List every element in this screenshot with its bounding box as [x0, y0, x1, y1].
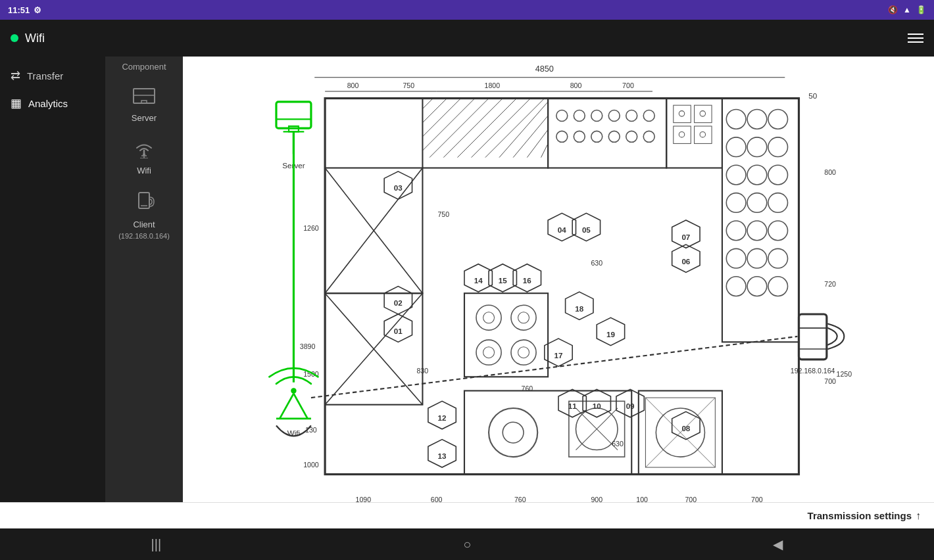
svg-text:100: 100	[636, 496, 648, 502]
svg-text:1260: 1260	[303, 224, 319, 232]
wifi-component-icon	[132, 139, 156, 163]
app-bar-left: Wifi	[11, 32, 45, 45]
svg-text:12: 12	[438, 413, 447, 422]
svg-text:03: 03	[394, 183, 403, 192]
svg-text:13: 13	[438, 452, 447, 460]
svg-text:800: 800	[347, 82, 359, 89]
status-left: 11:51 ⚙	[8, 5, 41, 15]
svg-text:760: 760	[514, 496, 526, 502]
sidebar-item-transfer[interactable]: ⇄ Transfer	[0, 62, 105, 89]
svg-text:720: 720	[824, 280, 836, 288]
time-display: 11:51	[8, 5, 30, 15]
arrow-up-icon: ↑	[916, 510, 921, 522]
battery-icon: 🔋	[916, 5, 926, 14]
transmission-settings-label: Transmission settings	[808, 510, 912, 521]
svg-text:1250: 1250	[837, 370, 852, 378]
component-server-label: Server	[132, 113, 157, 123]
svg-text:3890: 3890	[300, 342, 316, 350]
svg-text:01: 01	[394, 327, 403, 335]
wifi-status-dot	[11, 34, 18, 42]
svg-text:07: 07	[681, 233, 690, 241]
svg-text:192.168.0.164: 192.168.0.164	[791, 367, 835, 375]
svg-text:4850: 4850	[535, 64, 554, 74]
svg-text:06: 06	[681, 257, 690, 266]
svg-text:700: 700	[622, 82, 634, 89]
component-server[interactable]: Server	[105, 80, 183, 129]
svg-text:14: 14	[474, 276, 483, 285]
svg-text:05: 05	[582, 225, 591, 234]
svg-text:19: 19	[606, 330, 615, 338]
svg-text:50: 50	[808, 91, 817, 100]
svg-text:1800: 1800	[485, 82, 501, 89]
component-client-label: Client	[133, 220, 155, 229]
sidebar: ⇄ Transfer ▦ Analytics	[0, 57, 105, 502]
back-button[interactable]: ◀	[753, 531, 802, 557]
svg-text:700: 700	[824, 377, 836, 385]
svg-text:08: 08	[681, 424, 690, 432]
bottom-bar: Transmission settings ↑	[0, 502, 934, 528]
client-icon	[132, 191, 156, 217]
mute-icon: 🔇	[888, 5, 898, 14]
gear-icon: ⚙	[34, 5, 41, 15]
component-wifi-label: Wifi	[137, 166, 151, 175]
svg-text:04: 04	[558, 225, 566, 234]
svg-text:700: 700	[685, 496, 697, 502]
svg-text:630: 630	[612, 440, 624, 448]
main-content: 4850 800 750 1800 800 700 50	[183, 57, 934, 502]
svg-text:09: 09	[626, 402, 635, 410]
svg-point-173	[291, 388, 296, 393]
svg-text:830: 830	[417, 367, 429, 375]
svg-text:630: 630	[591, 259, 602, 267]
sidebar-item-analytics[interactable]: ▦ Analytics	[0, 89, 105, 117]
svg-text:900: 900	[591, 496, 602, 502]
wifi-signal-icon: ▲	[903, 5, 911, 14]
transfer-icon: ⇄	[11, 68, 20, 83]
svg-text:700: 700	[751, 496, 763, 502]
component-wifi[interactable]: Wifi	[105, 132, 183, 182]
svg-text:750: 750	[437, 210, 449, 218]
component-client-sublabel: (192.168.0.164)	[118, 232, 170, 240]
svg-text:02: 02	[394, 298, 403, 307]
recents-button[interactable]: |||	[132, 532, 182, 557]
svg-text:760: 760	[522, 385, 533, 392]
svg-text:11: 11	[568, 402, 577, 410]
svg-text:18: 18	[575, 304, 583, 313]
floor-plan: 4850 800 750 1800 800 700 50	[183, 57, 934, 502]
svg-text:600: 600	[431, 496, 443, 502]
status-bar: 11:51 ⚙ 🔇 ▲ 🔋	[0, 0, 934, 20]
nav-bar: ||| ○ ◀	[0, 528, 934, 560]
svg-text:16: 16	[523, 276, 531, 285]
svg-text:1000: 1000	[303, 461, 319, 469]
svg-text:1500: 1500	[303, 370, 319, 378]
svg-text:800: 800	[824, 168, 836, 176]
svg-text:1090: 1090	[356, 496, 372, 502]
component-client[interactable]: Client (192.168.0.164)	[105, 185, 183, 246]
svg-text:750: 750	[403, 82, 414, 89]
server-icon	[132, 86, 156, 110]
app-title: Wifi	[25, 32, 45, 45]
svg-text:10: 10	[593, 402, 601, 410]
transmission-settings-button[interactable]: Transmission settings ↑	[808, 510, 921, 522]
sidebar-item-label-analytics: Analytics	[28, 98, 68, 109]
home-button[interactable]: ○	[443, 532, 491, 557]
svg-text:17: 17	[554, 351, 563, 360]
svg-text:800: 800	[570, 82, 582, 89]
component-panel: Component Server	[105, 57, 183, 502]
status-right: 🔇 ▲ 🔋	[888, 5, 926, 14]
svg-text:15: 15	[499, 276, 507, 285]
app-bar: Wifi	[0, 20, 934, 57]
hamburger-menu-button[interactable]	[908, 34, 923, 43]
sidebar-item-label-transfer: Transfer	[27, 70, 63, 82]
analytics-icon: ▦	[11, 96, 22, 110]
component-panel-header: Component	[122, 62, 166, 72]
